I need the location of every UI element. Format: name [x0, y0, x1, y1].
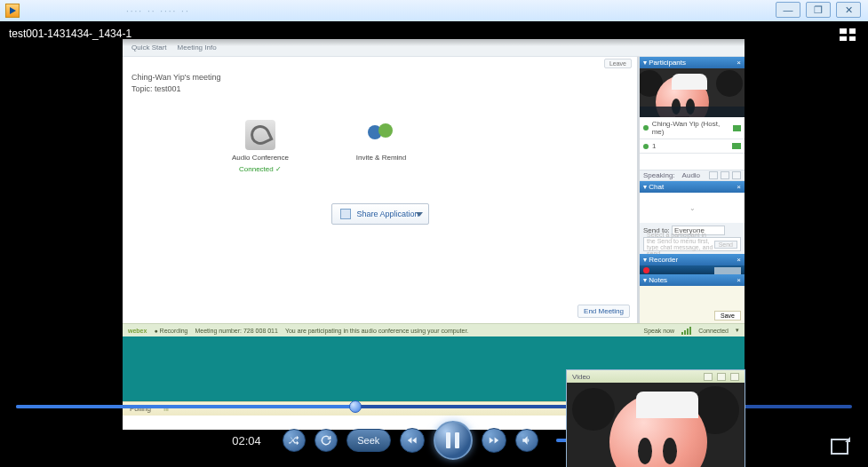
panel-icon[interactable]	[709, 171, 718, 179]
notes-title: ▾ Notes	[643, 276, 667, 284]
webcam-thumbnail[interactable]	[640, 68, 745, 117]
presence-dot-icon	[643, 125, 649, 131]
seek-button[interactable]: Seek	[346, 429, 391, 452]
close-icon[interactable]: ×	[737, 276, 741, 284]
participants-title: ▾ Participants	[643, 59, 686, 67]
video-window-title: Video	[572, 373, 590, 381]
participant-name: Ching-Wan Yip (Host, me)	[652, 120, 729, 136]
participant-row[interactable]: 1	[640, 139, 745, 154]
fast-forward-button[interactable]	[482, 428, 506, 453]
time-elapsed: 02:04	[232, 434, 261, 447]
minimize-button[interactable]: —	[776, 2, 800, 18]
camera-icon	[733, 125, 741, 131]
audio-conference-block[interactable]: Audio Conference Connected ✓	[229, 120, 291, 173]
audio-label: Audio Conference	[232, 154, 289, 162]
end-meeting-button[interactable]: End Meeting	[577, 305, 630, 318]
webex-main-panel: Leave Ching-Wan Yip's meeting Topic: tes…	[123, 57, 640, 323]
chat-textarea[interactable]: Select a participant in the Send to menu…	[643, 237, 741, 251]
close-icon[interactable]: ×	[737, 183, 741, 191]
audio-note: You are participating in this audio conf…	[285, 328, 468, 334]
play-pause-button[interactable]	[434, 421, 473, 460]
floating-video-window[interactable]: Video	[566, 369, 745, 467]
chat-title: ▾ Chat	[643, 183, 664, 191]
record-icon	[643, 267, 649, 273]
webex-statusbar: webex ● Recording Meeting number: 728 00…	[123, 323, 745, 336]
notes-body[interactable]: Save	[640, 286, 745, 323]
camera-icon	[732, 143, 741, 149]
invite-remind-block[interactable]: Invite & Remind	[350, 120, 412, 173]
speak-now: Speak now	[644, 328, 675, 334]
chevron-down-icon	[416, 212, 423, 217]
shuffle-button[interactable]	[283, 429, 306, 452]
restore-button[interactable]: ❐	[806, 2, 831, 18]
webex-side-panels: ▾ Participants × Ching-Wan Yip (Host, me…	[640, 57, 745, 323]
share-icon	[340, 209, 351, 219]
video-title: test001-1431434-_1434-1	[9, 28, 131, 40]
chat-body: ⌄	[640, 193, 745, 223]
phone-icon	[245, 120, 275, 150]
video-ctrl-icon[interactable]	[704, 373, 713, 381]
participants-header[interactable]: ▾ Participants ×	[640, 57, 745, 68]
fullscreen-button[interactable]	[831, 439, 848, 455]
presence-dot-icon	[643, 144, 649, 149]
recorder-bar[interactable]	[640, 265, 745, 274]
people-icon	[366, 120, 396, 150]
chat-placeholder: Select a participant in the Send to menu…	[647, 232, 714, 257]
close-button[interactable]: ✕	[836, 2, 861, 18]
video-window-body	[567, 383, 745, 467]
topic-line: Topic: test001	[131, 84, 628, 93]
rewind-button[interactable]	[400, 428, 425, 453]
participant-row[interactable]: Ching-Wan Yip (Host, me)	[640, 117, 745, 139]
notes-save-button[interactable]: Save	[714, 311, 741, 321]
video-ctrl-icon[interactable]	[717, 373, 726, 381]
app-icon	[5, 4, 20, 18]
seek-thumb[interactable]	[349, 400, 362, 413]
video-ctrl-icon[interactable]	[730, 373, 739, 381]
recorder-title: ▾ Recorder	[643, 256, 678, 264]
webex-logo: webex	[128, 328, 147, 334]
close-icon[interactable]: ×	[737, 256, 741, 264]
chat-send-button[interactable]: Send	[714, 241, 737, 249]
audio-tab-row: Speaking: Audio	[640, 170, 745, 181]
webcam-controls[interactable]	[640, 107, 745, 117]
invite-label: Invite & Remind	[356, 154, 406, 162]
layout-grid-button[interactable]	[840, 28, 856, 41]
connected-label: Connected ✓	[239, 165, 282, 173]
recording-indicator: ● Recording	[154, 328, 187, 334]
seek-fill	[16, 405, 355, 408]
panel-icon[interactable]	[721, 171, 729, 179]
close-icon[interactable]: ×	[737, 59, 741, 67]
audio-tab[interactable]: Audio	[682, 171, 700, 179]
leave-button[interactable]: Leave	[604, 59, 632, 68]
chat-header[interactable]: ▾ Chat ×	[640, 181, 745, 193]
chat-input-area: Send to: Everyone Select a participant i…	[640, 223, 745, 254]
participant-count: 1	[652, 142, 656, 150]
pause-icon	[446, 432, 459, 448]
video-window-header[interactable]: Video	[567, 370, 745, 383]
panel-icon[interactable]	[732, 171, 741, 179]
notes-header[interactable]: ▾ Notes ×	[640, 274, 745, 286]
repeat-button[interactable]	[315, 429, 338, 452]
video-title-overlay: test001-1431434-_1434-1	[0, 21, 868, 46]
signal-icon	[681, 327, 691, 335]
connected-status: Connected	[698, 328, 729, 334]
status-menu[interactable]: ▾	[736, 327, 739, 334]
host-line: Ching-Wan Yip's meeting	[131, 73, 628, 82]
speaking-label: Speaking:	[643, 171, 675, 179]
share-label: Share Application	[356, 210, 418, 218]
share-application-button[interactable]: Share Application	[331, 203, 429, 225]
volume-button[interactable]	[515, 429, 538, 452]
meeting-number: Meeting number: 728 008 011	[195, 328, 278, 334]
faded-menu: ···· ·· ···· ··	[126, 6, 190, 16]
os-titlebar: ···· ·· ···· ·· — ❐ ✕	[0, 0, 868, 21]
player-container: test001-1431434-_1434-1 Quick Start Meet…	[0, 21, 868, 467]
recorder-header[interactable]: ▾ Recorder ×	[640, 254, 745, 265]
